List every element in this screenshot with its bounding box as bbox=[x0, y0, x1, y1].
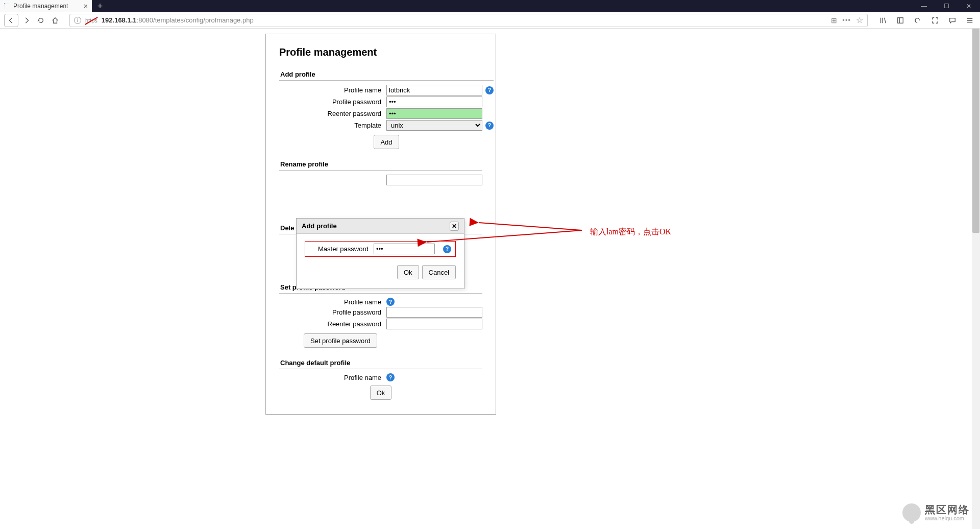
add-button[interactable]: Add bbox=[374, 135, 399, 149]
master-password-label: Master password bbox=[309, 245, 369, 253]
bookmark-icon[interactable]: ☆ bbox=[856, 15, 863, 25]
screenshot-icon[interactable] bbox=[929, 14, 941, 27]
master-password-row: Master password ? bbox=[305, 241, 456, 257]
help-icon[interactable]: ? bbox=[485, 86, 494, 94]
tab-title: Profile management bbox=[13, 3, 81, 10]
undo-icon[interactable] bbox=[912, 14, 924, 27]
library-icon[interactable] bbox=[877, 14, 889, 27]
dialog-cancel-button[interactable]: Cancel bbox=[422, 265, 456, 279]
favicon-icon bbox=[4, 3, 10, 9]
page-actions-icon[interactable]: ••• bbox=[842, 16, 851, 24]
setpw-name-label: Profile name bbox=[279, 298, 386, 306]
annotation-text: 输入lam密码，点击OK bbox=[590, 227, 671, 237]
window-minimize-button[interactable]: — bbox=[913, 0, 935, 12]
change-name-label: Profile name bbox=[279, 374, 386, 381]
change-default-section: Change default profile Profile name ? Ok bbox=[279, 357, 482, 404]
rename-profile-legend: Rename profile bbox=[279, 158, 482, 171]
dialog-close-button[interactable]: ✕ bbox=[450, 222, 459, 231]
back-button[interactable] bbox=[4, 14, 18, 27]
setpw-password-label: Profile password bbox=[279, 308, 386, 316]
browser-tabbar: Profile management × + — ☐ ✕ bbox=[0, 0, 980, 12]
chat-icon[interactable] bbox=[946, 14, 959, 27]
change-default-legend: Change default profile bbox=[279, 357, 482, 369]
address-bar[interactable]: i https 192.168.1.1:8080/templates/confi… bbox=[69, 14, 868, 27]
ok-button[interactable]: Ok bbox=[370, 386, 392, 400]
tab-close-icon[interactable]: × bbox=[84, 2, 88, 10]
watermark-title: 黑区网络 bbox=[925, 504, 970, 515]
qr-icon[interactable]: ⊞ bbox=[831, 16, 837, 25]
rename-profile-section: Rename profile bbox=[279, 158, 482, 217]
watermark: 黑区网络 www.heiqu.com bbox=[902, 503, 970, 522]
browser-navbar: i https 192.168.1.1:8080/templates/confi… bbox=[0, 12, 980, 29]
rename-input[interactable] bbox=[386, 175, 482, 185]
insecure-icon: https bbox=[85, 17, 97, 23]
window-close-button[interactable]: ✕ bbox=[958, 0, 980, 12]
reload-button[interactable] bbox=[35, 14, 47, 27]
reenter-password-input[interactable] bbox=[386, 108, 482, 119]
profile-password-label: Profile password bbox=[279, 98, 386, 106]
profile-name-label: Profile name bbox=[279, 86, 386, 94]
add-profile-dialog: Add profile ✕ Master password ? Ok Cance… bbox=[296, 218, 464, 289]
setpw-reenter-input[interactable] bbox=[386, 319, 482, 329]
set-password-button[interactable]: Set profile password bbox=[304, 333, 377, 348]
template-label: Template bbox=[279, 122, 386, 129]
setpw-password-input[interactable] bbox=[386, 307, 482, 318]
add-profile-legend: Add profile bbox=[279, 68, 494, 81]
profile-name-input[interactable] bbox=[386, 85, 482, 95]
dialog-title: Add profile bbox=[302, 222, 337, 230]
watermark-icon bbox=[902, 503, 921, 522]
dialog-ok-button[interactable]: Ok bbox=[397, 265, 419, 279]
add-profile-section: Add profile Profile name ? Profile passw… bbox=[279, 68, 494, 153]
master-password-input[interactable] bbox=[374, 244, 435, 254]
help-icon[interactable]: ? bbox=[485, 122, 494, 130]
reenter-password-label: Reenter password bbox=[279, 110, 386, 117]
help-icon[interactable]: ? bbox=[386, 373, 395, 381]
window-maximize-button[interactable]: ☐ bbox=[935, 0, 958, 12]
forward-button[interactable] bbox=[20, 14, 33, 27]
set-password-section: Set profile password Profile name ? Prof… bbox=[279, 281, 482, 352]
info-icon[interactable]: i bbox=[74, 17, 81, 24]
new-tab-button[interactable]: + bbox=[92, 0, 108, 12]
scrollbar[interactable] bbox=[972, 29, 980, 529]
svg-rect-0 bbox=[898, 17, 903, 23]
watermark-url: www.heiqu.com bbox=[925, 515, 970, 521]
page-viewport: Profile management Add profile Profile n… bbox=[0, 29, 980, 529]
page-title: Profile management bbox=[279, 46, 482, 58]
help-icon[interactable]: ? bbox=[386, 298, 395, 306]
url-text: 192.168.1.1:8080/templates/config/profma… bbox=[102, 16, 827, 24]
home-button[interactable] bbox=[49, 14, 61, 27]
profile-password-input[interactable] bbox=[386, 97, 482, 107]
template-select[interactable]: unix bbox=[386, 120, 482, 131]
browser-tab[interactable]: Profile management × bbox=[0, 0, 92, 12]
help-icon[interactable]: ? bbox=[443, 245, 451, 253]
scrollbar-thumb[interactable] bbox=[972, 29, 979, 233]
setpw-reenter-label: Reenter password bbox=[279, 320, 386, 328]
sidebar-icon[interactable] bbox=[894, 14, 906, 27]
menu-icon[interactable] bbox=[964, 14, 976, 27]
